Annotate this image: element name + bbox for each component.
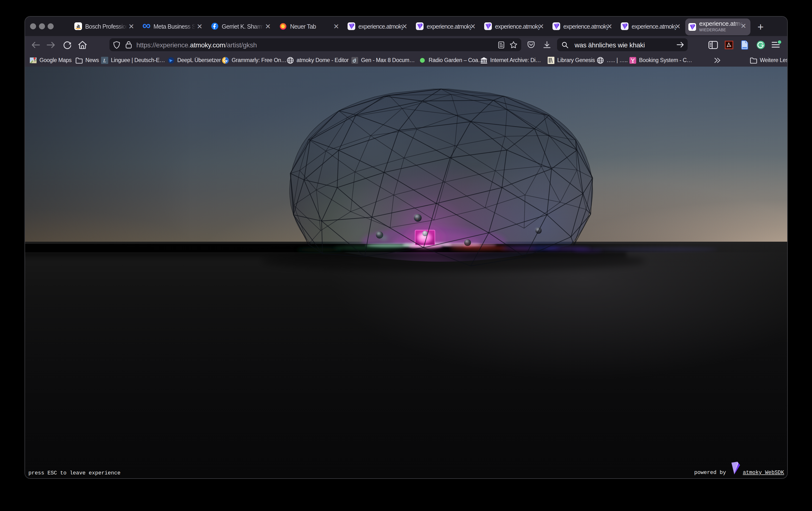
svg-text:L: L	[103, 58, 106, 63]
